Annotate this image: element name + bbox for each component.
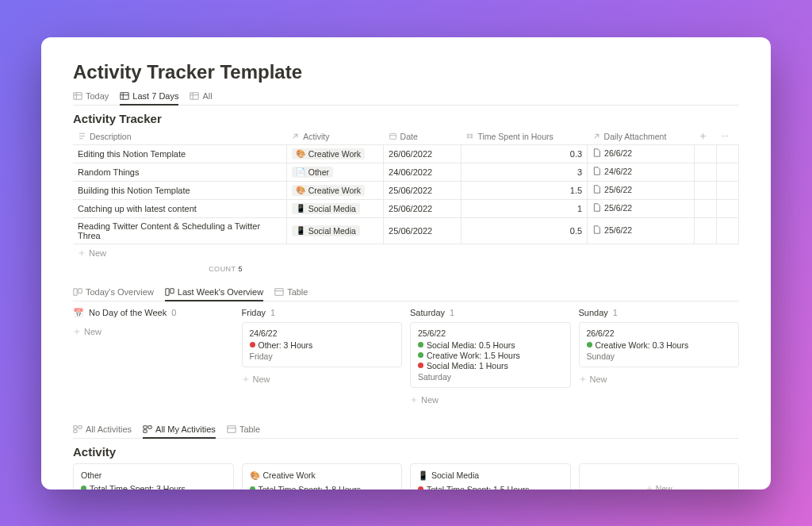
tab-today[interactable]: Today [73,91,109,105]
tab-label: All My Activities [155,424,216,434]
cell-activity[interactable]: 🎨Creative Work [286,181,383,199]
number-icon [465,132,474,140]
cell-attachment[interactable]: 26/6/22 [588,144,695,163]
svg-rect-0 [74,93,82,100]
cell-attachment[interactable]: 24/6/22 [588,163,695,181]
more-icon[interactable] [721,132,730,140]
new-row-button[interactable]: New [73,244,739,262]
board-card[interactable]: 25/6/22 Social Media: 0.5 HoursCreative … [410,322,571,388]
svg-rect-18 [275,289,283,296]
tab-label: Today [86,91,109,101]
col-description[interactable]: Description [90,132,132,141]
cell-description[interactable]: Editing this Notion Template [73,144,286,163]
col-head-count: 1 [270,308,275,317]
col-date[interactable]: Date [400,132,418,141]
cell-hours[interactable]: 1 [461,199,587,217]
col-time-spent[interactable]: Time Spent in Hours [477,132,553,141]
table-row[interactable]: Catching up with latest content 📱Social … [73,199,739,217]
gallery-card[interactable]: Other Total Time Spent: 3 Hours ⏱Daily H… [73,463,234,490]
tab-label: All [202,91,212,101]
col-attachment[interactable]: Daily Attachment [604,132,667,141]
gcard-title: Other [81,470,226,480]
cell-attachment[interactable]: 25/6/22 [588,217,695,244]
board-col-noday: 📅 No Day of the Week 0 New [73,308,234,409]
card-title: 26/6/22 [587,328,732,338]
arrow-ne-icon [592,132,601,140]
cell-description[interactable]: Reading Twitter Content & Scheduling a T… [73,217,286,244]
cell-activity[interactable]: 📄Other [286,163,383,181]
gcard-line: Total Time Spent: 1.5 Hours [418,485,563,490]
table-row[interactable]: Building this Notion Template 🎨Creative … [73,181,739,199]
tab-table-2[interactable]: Table [227,424,260,438]
col-head-label: Friday [242,308,266,317]
table-icon [227,424,236,434]
gcard-title: 📱Social Media [418,470,563,481]
cell-attachment[interactable]: 25/6/22 [588,181,695,199]
svg-rect-23 [144,425,147,428]
svg-rect-16 [166,288,169,295]
board-col: Sunday1 26/6/22 Creative Work: 0.3 Hours… [579,308,740,409]
board-new-button[interactable]: New [73,323,234,340]
plus-icon [579,375,587,383]
svg-rect-6 [190,93,198,100]
board-card[interactable]: 24/6/22 Other: 3 Hours Friday [242,322,403,367]
board-new-button[interactable]: New [242,371,403,388]
board-col: Saturday1 25/6/22 Social Media: 0.5 Hour… [410,308,571,409]
tab-label: All Activities [86,424,132,434]
calendar-icon [389,132,397,140]
page-icon [592,203,601,212]
cell-attachment[interactable]: 25/6/22 [588,199,695,217]
table-icon [274,287,284,297]
tab-all-my-activities[interactable]: All My Activities [143,424,216,439]
cell-date[interactable]: 25/06/2022 [384,217,462,244]
table-row[interactable]: Random Things 📄Other 24/06/2022 3 24/6/2… [73,163,739,181]
svg-rect-24 [148,425,151,428]
cell-activity[interactable]: 🎨Creative Work [286,144,383,163]
cell-activity[interactable]: 📱Social Media [286,217,383,244]
card-line: Social Media: 0.5 Hours [418,340,563,350]
plus-icon [645,485,653,490]
gallery-new-card[interactable]: New [579,463,740,490]
cell-description[interactable]: Building this Notion Template [73,181,286,199]
tab-todays-overview[interactable]: Today's Overview [73,287,154,301]
svg-rect-21 [79,426,82,428]
tab-table[interactable]: Table [274,287,308,301]
cell-date[interactable]: 25/06/2022 [384,199,462,217]
gallery-icon [73,424,82,434]
table-icon [73,91,82,101]
cell-hours[interactable]: 0.3 [461,144,587,163]
svg-rect-9 [389,133,396,139]
gallery-card[interactable]: 🎨Creative Work Total Time Spent: 1.8 Hou… [242,463,403,490]
card-line: Social Media: 1 Hours [418,361,563,371]
gcard-line: Total Time Spent: 3 Hours [81,484,226,490]
table-row[interactable]: Editing this Notion Template 🎨Creative W… [73,144,739,163]
activity-gallery: Other Total Time Spent: 3 Hours ⏱Daily H… [73,463,739,490]
cell-description[interactable]: Random Things [73,163,286,181]
card-title: 24/6/22 [250,328,395,338]
tab-all[interactable]: All [190,91,212,105]
cell-date[interactable]: 26/06/2022 [384,144,462,163]
tab-all-activities[interactable]: All Activities [73,424,132,438]
plus-icon [73,328,81,336]
plus-icon [242,375,250,383]
board-new-button[interactable]: New [410,391,571,409]
gallery-card[interactable]: 📱Social Media Total Time Spent: 1.5 Hour… [410,463,571,490]
cell-date[interactable]: 25/06/2022 [384,181,462,199]
plus-icon[interactable] [699,132,707,140]
tab-last-7-days[interactable]: Last 7 Days [120,91,178,106]
cell-activity[interactable]: 📱Social Media [286,199,383,217]
tab-last-weeks-overview[interactable]: Last Week's Overview [165,287,263,301]
cell-hours[interactable]: 1.5 [461,181,587,199]
svg-rect-14 [74,289,77,296]
plus-icon [410,396,418,404]
cell-description[interactable]: Catching up with latest content [73,199,286,217]
col-head-label: No Day of the Week [89,308,167,317]
cell-date[interactable]: 24/06/2022 [384,163,462,181]
cell-hours[interactable]: 0.5 [461,217,587,244]
board-new-button[interactable]: New [579,371,740,388]
table-row[interactable]: Reading Twitter Content & Scheduling a T… [73,217,739,244]
board-card[interactable]: 26/6/22 Creative Work: 0.3 Hours Sunday [579,322,740,367]
col-head-count: 1 [613,308,618,317]
cell-hours[interactable]: 3 [461,163,587,181]
col-activity[interactable]: Activity [303,132,329,141]
